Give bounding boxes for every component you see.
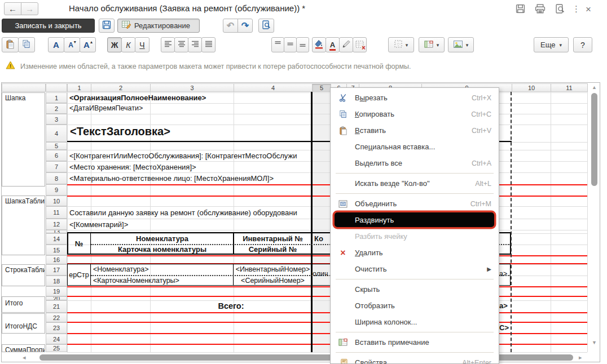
grid-cell-org[interactable]: <ОрганизацияПолноеНаименование>	[69, 94, 312, 103]
align-right-button[interactable]	[188, 37, 202, 52]
row-header-6[interactable]: 6	[46, 150, 67, 161]
grid-cell-mol[interactable]: <Материально-ответственное лицо: [МестоХ…	[69, 174, 318, 183]
row-header-18[interactable]: 18	[46, 276, 67, 286]
grid-cell-fragment-row17[interactable]: а>	[499, 270, 511, 278]
menu-item-column-width[interactable]: Ширина колонок...	[331, 314, 499, 330]
grid-cell-total-label[interactable]: Всего:	[150, 301, 312, 312]
menu-item-highlight[interactable]: Раздвинуть	[335, 212, 494, 227]
grid-cell-num-header[interactable]: №	[67, 233, 91, 254]
grid-cell-serial-header[interactable]: Серийный №	[234, 245, 312, 254]
menu-item-insert-note[interactable]: Вставить примечание	[331, 334, 499, 350]
undo-button[interactable]: ↶	[223, 19, 238, 33]
menu-item-cut[interactable]: ВырезатьCtrl+X	[331, 90, 499, 106]
grid-cell-comment[interactable]: <[Комментарий]>	[69, 220, 193, 229]
vertical-scroll-thumb[interactable]	[591, 93, 597, 186]
row-header-25[interactable]: 25	[46, 344, 67, 352]
copy-button[interactable]	[18, 37, 35, 52]
menu-item-copy[interactable]: КопироватьCtrl+C	[331, 106, 499, 122]
paste-button[interactable]	[2, 37, 19, 52]
row-header-10[interactable]: 10	[46, 196, 67, 206]
menu-item-paste[interactable]: ВставитьCtrl+V	[331, 122, 499, 139]
grid-cell-card-header[interactable]: Карточка номенклатуры	[91, 245, 234, 254]
font-button[interactable]: А	[48, 37, 64, 52]
area-label-4[interactable]: Итого	[2, 296, 45, 313]
row-header-9[interactable]: 9	[46, 184, 67, 196]
menu-item-clear[interactable]: Очистить▶	[331, 261, 499, 277]
row-header-19[interactable]: 19	[46, 286, 67, 296]
row-header-12[interactable]: 12	[46, 219, 67, 230]
named-areas-dropdown[interactable]: ▾	[419, 37, 445, 52]
grid-cell-fragment-row21[interactable]: а>	[499, 301, 511, 310]
save-and-close-button[interactable]: Записать и закрыть	[2, 19, 95, 33]
column-header-2[interactable]: 2	[91, 83, 151, 92]
menu-item-expand[interactable]: Раздвинуть	[331, 212, 499, 228]
valign-bottom-button[interactable]	[296, 37, 309, 52]
column-header-5[interactable]: 5	[312, 83, 331, 92]
row-header-11[interactable]: 11	[46, 206, 67, 219]
valign-middle-button[interactable]	[284, 37, 297, 52]
grid-cell-storage[interactable]: <Место хранения: [МестоХранения]>	[69, 163, 312, 172]
kebab-menu-icon[interactable]: ⋮	[572, 4, 580, 14]
print-preview-icon[interactable]	[555, 4, 565, 14]
clear-formatting-button[interactable]: ×	[353, 37, 367, 52]
print-icon[interactable]	[535, 4, 546, 14]
preview-button[interactable]	[258, 19, 274, 33]
font-color-button[interactable]: А	[326, 37, 340, 52]
fill-color-button[interactable]	[312, 37, 326, 52]
font-bigger-button[interactable]: А▴	[80, 37, 96, 52]
redo-button[interactable]: ↷	[237, 19, 253, 33]
row-header-3[interactable]: 3	[46, 114, 67, 125]
menu-item-select-all[interactable]: Выделить всеCtrl+A	[331, 155, 499, 171]
menu-item-hide[interactable]: Скрыть	[331, 281, 499, 298]
row-header-21[interactable]: 21	[46, 300, 67, 313]
grid-cell-rownum-fragment[interactable]: ерСтр	[67, 264, 91, 285]
grid-cell-card[interactable]: <КарточкаНоменклатуры>	[93, 277, 220, 285]
row-header-8[interactable]: 8	[46, 172, 67, 184]
forward-button[interactable]: →	[21, 2, 38, 15]
area-label-2[interactable]: ШапкаТабли	[2, 196, 45, 255]
border-color-button[interactable]	[339, 37, 353, 52]
grid-cell-qty-fragment[interactable]: олич	[313, 270, 330, 278]
menu-item-properties[interactable]: СвойстваAlt+Enter	[331, 354, 499, 364]
scroll-up-icon[interactable]: ▲	[592, 85, 597, 90]
menu-item-delete[interactable]: ×Удалить	[331, 245, 499, 261]
row-header-5[interactable]: 5	[46, 142, 67, 150]
row-header-4[interactable]: 4	[46, 125, 67, 142]
grid-cell-inventory[interactable]: <ИнвентарныйНомер>	[234, 265, 312, 274]
row-header-7[interactable]: 7	[46, 161, 67, 172]
help-button[interactable]: ?	[573, 37, 592, 52]
back-button[interactable]: ←	[4, 2, 21, 15]
scroll-down-icon[interactable]: ▼	[592, 340, 597, 345]
grid-cell-fragment-row23[interactable]: С>	[499, 323, 511, 332]
row-header-16[interactable]: 16	[46, 255, 67, 264]
edit-mode-toggle[interactable]: Редактирование	[117, 19, 200, 33]
more-actions-button[interactable]: Еще ▾	[534, 37, 569, 52]
row-header-14[interactable]: 14	[46, 233, 67, 245]
picture-dropdown[interactable]: ▾	[448, 37, 474, 52]
menu-item-paste-special[interactable]: Специальная вставка...	[331, 139, 499, 155]
grid-cell-nomenclature[interactable]: <Номенклатура>	[93, 265, 212, 274]
underline-button[interactable]: Ч	[135, 37, 149, 52]
area-label-6[interactable]: СуммаПропи	[2, 344, 45, 352]
row-header-17[interactable]: 17	[46, 264, 67, 276]
menu-item-merge[interactable]: ОбъединитьCtrl+M	[331, 196, 499, 212]
save-icon[interactable]	[516, 4, 525, 14]
row-header-15[interactable]: 15	[46, 245, 67, 255]
column-header-4[interactable]: 4	[234, 83, 313, 92]
grid-cell-inventory-header[interactable]: Инвентарный №	[234, 234, 312, 243]
align-center-button[interactable]	[174, 37, 188, 52]
grid-cell-qty-header-fragment[interactable]: Ко	[314, 234, 330, 243]
grid-cell-nomenclature-header[interactable]: Номенклатура	[91, 234, 234, 243]
scroll-left-icon[interactable]: ◂	[23, 355, 26, 360]
grid-cell-serial[interactable]: <СерийныйНомер>	[234, 277, 312, 285]
scroll-right-icon[interactable]: ▸	[579, 355, 582, 360]
menu-item-show[interactable]: Отобразить	[331, 298, 499, 314]
column-header-1[interactable]: 1	[67, 83, 91, 92]
column-header-10[interactable]: 10	[512, 83, 551, 92]
align-left-button[interactable]	[161, 37, 175, 52]
area-label-5[interactable]: ИтогоНДС	[2, 313, 45, 334]
row-header-2[interactable]: 2	[46, 103, 67, 114]
borders-dropdown[interactable]: ▾	[388, 37, 414, 52]
menu-item-search-everywhere[interactable]: Искать везде "Кол-во"Alt+L	[331, 175, 499, 192]
close-icon[interactable]: ×	[586, 4, 591, 15]
